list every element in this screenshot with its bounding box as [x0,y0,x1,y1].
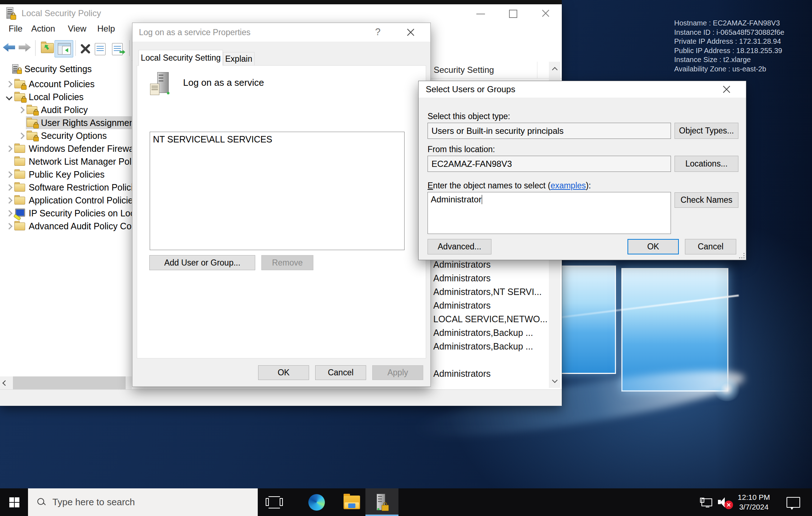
action-center-icon [787,497,800,508]
column-header-security-setting[interactable]: Security Setting [430,62,537,78]
console-tree: Security Settings Account Policies Local… [0,60,132,376]
tree-item[interactable]: Advanced Audit Policy Configuration [0,220,132,233]
tree-item[interactable]: User Rights Assignment [0,116,132,129]
local-security-policy-taskbar-icon-wrap[interactable] [370,488,394,516]
security-setting-value: LOCAL SERVICE,NETWO... [433,314,547,324]
export-list-icon[interactable] [112,43,125,54]
tree-item[interactable]: Account Policies [0,78,132,90]
tree-item-security-settings[interactable]: Security Settings [0,62,132,75]
tree-item[interactable]: Application Control Policies [0,194,132,207]
dialog-title: Select Users or Groups [426,84,515,94]
add-user-or-group-button[interactable]: Add User or Group... [149,255,255,270]
tree-item-label: Network List Manager Policies [29,156,132,167]
policy-name: Log on as a service [183,77,264,88]
folder-icon [14,157,26,166]
tree-item[interactable]: Network List Manager Policies [0,155,132,168]
edge-button[interactable] [306,488,327,516]
tree-item-label: User Rights Assignment [41,118,132,128]
expander-icon [6,223,12,229]
tree-item-label: Local Policies [29,92,84,102]
scroll-left-icon[interactable] [0,376,10,389]
menu-view[interactable]: View [68,24,87,34]
console-tree-toggle-icon[interactable] [55,40,73,57]
export-icon[interactable] [41,43,54,54]
locations-button[interactable]: Locations... [675,156,738,172]
close-button[interactable] [535,4,557,22]
folder-icon [14,170,26,179]
expander-icon [6,145,12,152]
window-titlebar[interactable]: Local Security Policy [0,4,562,22]
minimize-button[interactable] [470,4,492,22]
menu-file[interactable]: File [9,24,23,34]
taskbar: Type here to search 12:10 PM 3/7/2024 [0,488,812,516]
search-box[interactable]: Type here to search [28,488,258,516]
object-names-label-text: nter the object names to select ( [433,181,550,190]
security-setting-value: Administrators,Backup ... [433,341,533,352]
tree-item[interactable]: Software Restriction Policies [0,181,132,194]
delete-icon[interactable] [80,43,93,54]
ok-button[interactable]: OK [627,239,679,254]
dialog-titlebar[interactable]: Log on as a service Properties [132,23,430,42]
tree-item[interactable]: Security Options [0,129,132,142]
scrollbar-thumb[interactable] [13,376,126,389]
tree-item-label: IP Security Policies on Local Computer [29,208,132,219]
toolbar-separator [129,40,130,56]
expander-icon [6,197,12,203]
tab-local-security-setting[interactable]: Local Security Setting [139,50,223,66]
screen-top-strip [0,0,562,4]
tree-item[interactable]: Windows Defender Firewall with Advanced … [0,142,132,155]
close-icon[interactable] [722,85,731,94]
menu-action[interactable]: Action [31,24,55,34]
list-icon[interactable] [95,43,108,54]
search-placeholder: Type here to search [52,497,135,508]
scroll-down-icon[interactable] [549,374,560,388]
tree-item-label: Software Restriction Policies [29,182,132,193]
object-names-label-accesskey: E [428,181,433,190]
close-icon [541,9,550,18]
expander-icon [6,184,12,191]
help-icon[interactable]: ? [375,27,381,38]
security-setting-value: Administrators [433,300,491,311]
instance-info-line: Public IP Address : 18.218.255.39 [674,46,807,56]
object-names-value: Administrator [431,194,481,204]
cancel-button[interactable]: Cancel [315,365,366,380]
examples-link[interactable]: examples [551,181,586,190]
folder-icon [14,144,26,153]
action-center-button[interactable] [783,488,803,516]
ok-button[interactable]: OK [258,365,309,380]
security-setting-value: Administrators [433,273,491,283]
advanced-button[interactable]: Advanced... [428,239,491,254]
network-tray-button[interactable] [698,488,714,516]
members-listbox[interactable]: NT SERVICE\ALL SERVICES [150,132,405,250]
dialog-titlebar[interactable]: Select Users or Groups [419,81,746,98]
check-names-button[interactable]: Check Names [675,192,738,208]
folder-lock-icon [27,105,38,114]
console-root-icon [12,64,22,74]
tab-explain[interactable]: Explain [223,52,255,66]
object-names-input[interactable]: Administrator [428,192,671,234]
resize-grip[interactable] [739,253,745,258]
ipsec-icon [14,208,26,218]
cancel-button[interactable]: Cancel [685,239,736,254]
start-button[interactable] [5,488,24,516]
tree-horizontal-scrollbar[interactable] [0,376,132,389]
scroll-up-icon[interactable] [549,62,560,76]
tree-item[interactable]: Audit Policy [0,103,132,116]
forward-icon[interactable] [19,43,32,54]
object-types-button[interactable]: Object Types... [675,123,738,139]
tree-item-label: Application Control Policies [29,195,132,206]
member-item[interactable]: NT SERVICE\ALL SERVICES [150,132,404,145]
taskbar-clock[interactable]: 12:10 PM 3/7/2024 [732,488,775,516]
maximize-button[interactable] [501,4,524,22]
instance-info-line: Hostname : EC2AMAZ-FAN98V3 [674,19,807,28]
object-type-field: Users or Built-in security principals [428,123,671,139]
tree-item[interactable]: Public Key Policies [0,168,132,181]
volume-tray-button[interactable] [716,488,734,516]
file-explorer-button[interactable] [341,488,363,516]
menu-help[interactable]: Help [97,24,115,34]
tree-item[interactable]: Local Policies [0,90,132,103]
back-icon[interactable] [3,43,16,54]
tree-item[interactable]: IP Security Policies on Local Computer [0,207,132,220]
close-icon[interactable] [406,28,415,37]
task-view-button[interactable] [264,488,284,516]
